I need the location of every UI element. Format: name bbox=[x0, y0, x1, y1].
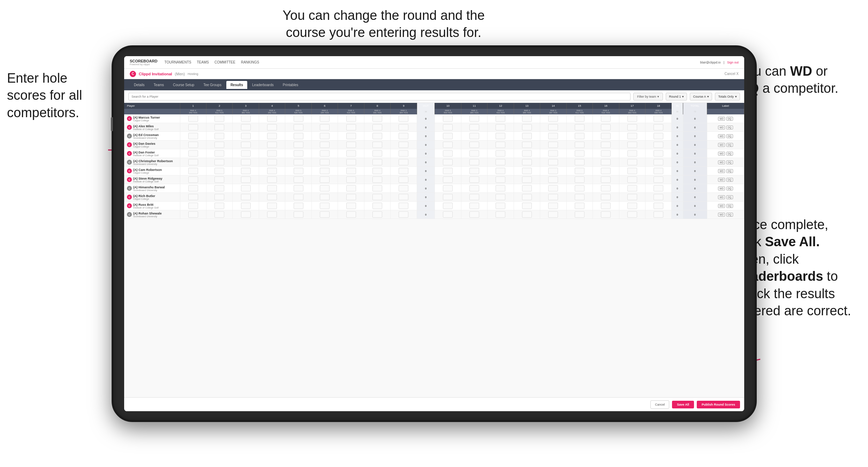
score-input-hole-2[interactable] bbox=[214, 185, 224, 191]
score-input-hole-11[interactable] bbox=[469, 133, 479, 139]
score-input-hole-18[interactable] bbox=[654, 194, 663, 200]
score-input-hole-12[interactable] bbox=[496, 133, 505, 139]
score-input-hole-12[interactable] bbox=[496, 168, 505, 174]
score-input-hole-18[interactable] bbox=[654, 124, 663, 130]
score-input-hole-11[interactable] bbox=[469, 203, 479, 209]
score-input-hole-14[interactable] bbox=[548, 185, 558, 191]
score-input-hole-3[interactable] bbox=[241, 124, 251, 130]
score-input-hole-13[interactable] bbox=[522, 194, 532, 200]
score-input-hole-6[interactable] bbox=[320, 211, 330, 218]
score-input-hole-16[interactable] bbox=[601, 150, 611, 157]
score-input-hole-13[interactable] bbox=[522, 142, 532, 148]
score-input-hole-2[interactable] bbox=[214, 150, 224, 157]
score-input-hole-1[interactable] bbox=[188, 168, 198, 174]
round-selector[interactable]: Round 1 ▾ bbox=[666, 93, 687, 100]
score-input-hole-8[interactable] bbox=[372, 185, 382, 191]
score-input-hole-6[interactable] bbox=[320, 142, 330, 148]
score-input-hole-7[interactable] bbox=[346, 124, 356, 130]
score-input-hole-15[interactable] bbox=[575, 203, 584, 209]
score-input-hole-16[interactable] bbox=[601, 185, 611, 191]
score-input-hole-10[interactable] bbox=[443, 211, 453, 218]
score-input-hole-7[interactable] bbox=[346, 203, 356, 209]
score-input-hole-3[interactable] bbox=[241, 115, 251, 122]
score-input-hole-10[interactable] bbox=[443, 194, 453, 200]
search-input[interactable] bbox=[128, 93, 631, 100]
score-input-hole-17[interactable] bbox=[627, 115, 637, 122]
score-input-hole-9[interactable] bbox=[399, 159, 408, 165]
dq-button[interactable]: DQ bbox=[726, 187, 733, 190]
nav-committee[interactable]: COMMITTEE bbox=[214, 60, 235, 64]
tab-details[interactable]: Details bbox=[130, 81, 149, 89]
score-input-hole-3[interactable] bbox=[241, 194, 251, 200]
wd-button[interactable]: WD bbox=[718, 204, 725, 208]
score-input-hole-2[interactable] bbox=[214, 203, 224, 209]
score-input-hole-14[interactable] bbox=[548, 176, 558, 183]
score-input-hole-18[interactable] bbox=[654, 159, 663, 165]
course-selector[interactable]: Course A ▾ bbox=[690, 93, 712, 100]
score-input-hole-2[interactable] bbox=[214, 124, 224, 130]
score-input-hole-4[interactable] bbox=[267, 211, 277, 218]
score-input-hole-11[interactable] bbox=[469, 142, 479, 148]
tab-leaderboards[interactable]: Leaderboards bbox=[248, 81, 278, 89]
score-input-hole-3[interactable] bbox=[241, 159, 251, 165]
score-input-hole-17[interactable] bbox=[627, 176, 637, 183]
score-input-hole-18[interactable] bbox=[654, 133, 663, 139]
score-input-hole-15[interactable] bbox=[575, 211, 584, 218]
score-input-hole-4[interactable] bbox=[267, 185, 277, 191]
score-input-hole-5[interactable] bbox=[294, 159, 303, 165]
score-input-hole-8[interactable] bbox=[372, 194, 382, 200]
score-input-hole-10[interactable] bbox=[443, 115, 453, 122]
score-input-hole-17[interactable] bbox=[627, 168, 637, 174]
score-input-hole-10[interactable] bbox=[443, 203, 453, 209]
score-input-hole-11[interactable] bbox=[469, 185, 479, 191]
dq-button[interactable]: DQ bbox=[726, 152, 733, 156]
score-input-hole-10[interactable] bbox=[443, 185, 453, 191]
score-input-hole-6[interactable] bbox=[320, 203, 330, 209]
score-input-hole-6[interactable] bbox=[320, 133, 330, 139]
dq-button[interactable]: DQ bbox=[726, 204, 733, 208]
score-input-hole-7[interactable] bbox=[346, 159, 356, 165]
score-input-hole-9[interactable] bbox=[399, 211, 408, 218]
score-input-hole-5[interactable] bbox=[294, 124, 303, 130]
score-input-hole-14[interactable] bbox=[548, 194, 558, 200]
score-input-hole-10[interactable] bbox=[443, 142, 453, 148]
score-input-hole-15[interactable] bbox=[575, 159, 584, 165]
score-input-hole-6[interactable] bbox=[320, 168, 330, 174]
wd-button[interactable]: WD bbox=[718, 160, 725, 164]
score-input-hole-2[interactable] bbox=[214, 115, 224, 122]
score-input-hole-3[interactable] bbox=[241, 133, 251, 139]
score-input-hole-4[interactable] bbox=[267, 133, 277, 139]
score-input-hole-16[interactable] bbox=[601, 124, 611, 130]
score-input-hole-16[interactable] bbox=[601, 142, 611, 148]
score-input-hole-5[interactable] bbox=[294, 150, 303, 157]
score-input-hole-5[interactable] bbox=[294, 142, 303, 148]
score-input-hole-11[interactable] bbox=[469, 124, 479, 130]
score-input-hole-10[interactable] bbox=[443, 159, 453, 165]
score-input-hole-3[interactable] bbox=[241, 176, 251, 183]
cancel-button[interactable]: Cancel bbox=[650, 400, 669, 409]
dq-button[interactable]: DQ bbox=[726, 195, 733, 199]
score-input-hole-5[interactable] bbox=[294, 133, 303, 139]
score-input-hole-6[interactable] bbox=[320, 115, 330, 122]
score-input-hole-7[interactable] bbox=[346, 115, 356, 122]
score-input-hole-15[interactable] bbox=[575, 176, 584, 183]
score-input-hole-18[interactable] bbox=[654, 176, 663, 183]
score-input-hole-1[interactable] bbox=[188, 203, 198, 209]
score-input-hole-16[interactable] bbox=[601, 115, 611, 122]
score-input-hole-18[interactable] bbox=[654, 203, 663, 209]
score-input-hole-16[interactable] bbox=[601, 194, 611, 200]
score-input-hole-17[interactable] bbox=[627, 185, 637, 191]
score-input-hole-17[interactable] bbox=[627, 142, 637, 148]
score-input-hole-11[interactable] bbox=[469, 168, 479, 174]
score-input-hole-12[interactable] bbox=[496, 203, 505, 209]
score-input-hole-8[interactable] bbox=[372, 133, 382, 139]
score-input-hole-2[interactable] bbox=[214, 194, 224, 200]
score-input-hole-4[interactable] bbox=[267, 150, 277, 157]
score-input-hole-6[interactable] bbox=[320, 194, 330, 200]
score-input-hole-16[interactable] bbox=[601, 168, 611, 174]
score-input-hole-1[interactable] bbox=[188, 142, 198, 148]
score-input-hole-4[interactable] bbox=[267, 194, 277, 200]
score-input-hole-9[interactable] bbox=[399, 142, 408, 148]
score-input-hole-1[interactable] bbox=[188, 176, 198, 183]
score-input-hole-16[interactable] bbox=[601, 211, 611, 218]
